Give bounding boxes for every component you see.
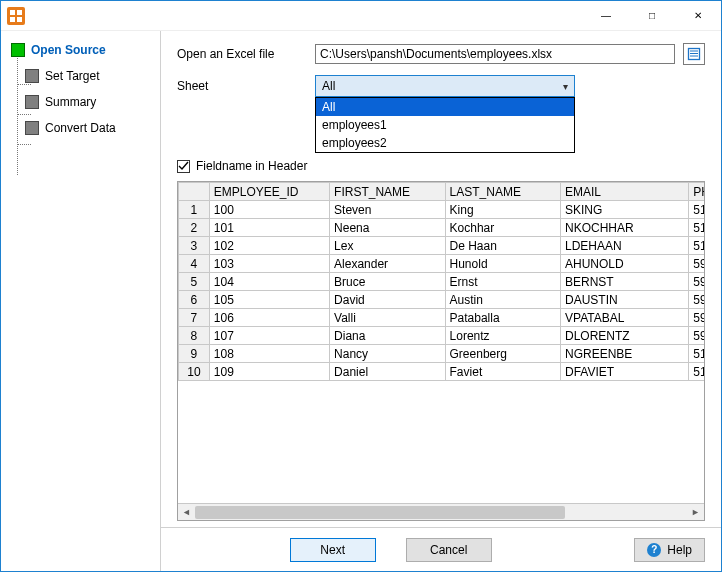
cell[interactable]: Daniel	[330, 363, 445, 381]
column-header[interactable]: LAST_NAME	[445, 183, 560, 201]
sidebar-item-open-source[interactable]: Open Source	[11, 37, 156, 63]
column-header[interactable]: EMPLOYEE_ID	[209, 183, 329, 201]
app-icon	[7, 7, 25, 25]
step-indicator-icon	[25, 69, 39, 83]
sidebar-item-summary[interactable]: Summary	[11, 89, 156, 115]
cell[interactable]: 590.423.5567	[689, 327, 704, 345]
cell[interactable]: De Haan	[445, 237, 560, 255]
cell[interactable]: 590.423.4569	[689, 291, 704, 309]
cell[interactable]: 515.124.4569	[689, 345, 704, 363]
table-row[interactable]: 8107DianaLorentzDLORENTZ590.423.55672/7/…	[179, 327, 705, 345]
cancel-button[interactable]: Cancel	[406, 538, 492, 562]
table-row[interactable]: 5104BruceErnstBERNST590.423.45685/21/1	[179, 273, 705, 291]
minimize-button[interactable]: —	[583, 1, 629, 30]
table-row[interactable]: 6105DavidAustinDAUSTIN590.423.45696/25/1	[179, 291, 705, 309]
cell[interactable]: Faviet	[445, 363, 560, 381]
cell[interactable]: NKOCHHAR	[561, 219, 689, 237]
next-button[interactable]: Next	[290, 538, 376, 562]
next-button-label: Next	[320, 543, 345, 557]
cell[interactable]: 105	[209, 291, 329, 309]
cell[interactable]: 515.123.4567	[689, 201, 704, 219]
table-row[interactable]: 10109DanielFavietDFAVIET515.124.41698/16…	[179, 363, 705, 381]
cell[interactable]: AHUNOLD	[561, 255, 689, 273]
cell[interactable]: 515.123.4568	[689, 219, 704, 237]
row-number: 9	[179, 345, 210, 363]
cell[interactable]: Lex	[330, 237, 445, 255]
sidebar-item-label: Open Source	[31, 43, 106, 57]
cell[interactable]: 106	[209, 309, 329, 327]
cell[interactable]: Alexander	[330, 255, 445, 273]
cell[interactable]: NGREENBE	[561, 345, 689, 363]
cell[interactable]: Nancy	[330, 345, 445, 363]
main-panel: Open an Excel file Sheet All	[161, 31, 721, 571]
cell[interactable]: 101	[209, 219, 329, 237]
cell[interactable]: DLORENTZ	[561, 327, 689, 345]
cell[interactable]: 103	[209, 255, 329, 273]
cell[interactable]: BERNST	[561, 273, 689, 291]
scroll-right-icon[interactable]: ►	[687, 504, 704, 520]
cell[interactable]: Kochhar	[445, 219, 560, 237]
table-row[interactable]: 4103AlexanderHunoldAHUNOLD590.423.45671/…	[179, 255, 705, 273]
fieldname-checkbox[interactable]	[177, 160, 190, 173]
help-button[interactable]: ? Help	[634, 538, 705, 562]
cell[interactable]: Valli	[330, 309, 445, 327]
table-row[interactable]: 9108NancyGreenbergNGREENBE515.124.45698/…	[179, 345, 705, 363]
sheet-option[interactable]: employees2	[316, 134, 574, 152]
cell[interactable]: 109	[209, 363, 329, 381]
sidebar-item-set-target[interactable]: Set Target	[11, 63, 156, 89]
table-row[interactable]: 3102LexDe HaanLDEHAAN515.123.45691/13/1	[179, 237, 705, 255]
sidebar-item-label: Convert Data	[45, 121, 116, 135]
cell[interactable]: VPATABAL	[561, 309, 689, 327]
sheet-option[interactable]: All	[316, 98, 574, 116]
sheet-select[interactable]: All ▾	[315, 75, 575, 97]
cell[interactable]: King	[445, 201, 560, 219]
cell[interactable]: 515.123.4569	[689, 237, 704, 255]
sheet-option[interactable]: employees1	[316, 116, 574, 134]
cell[interactable]: 590.423.4568	[689, 273, 704, 291]
table-row[interactable]: 1100StevenKingSKING515.123.45676/17/1	[179, 201, 705, 219]
cell[interactable]: 100	[209, 201, 329, 219]
cell[interactable]: Ernst	[445, 273, 560, 291]
cell[interactable]: 590.423.4560	[689, 309, 704, 327]
cell[interactable]: 102	[209, 237, 329, 255]
cell[interactable]: DFAVIET	[561, 363, 689, 381]
cell[interactable]: SKING	[561, 201, 689, 219]
sidebar-item-convert-data[interactable]: Convert Data	[11, 115, 156, 141]
row-number: 1	[179, 201, 210, 219]
cell[interactable]: DAUSTIN	[561, 291, 689, 309]
step-indicator-icon	[11, 43, 25, 57]
sheet-dropdown: All employees1 employees2	[315, 97, 575, 153]
browse-button[interactable]	[683, 43, 705, 65]
cell[interactable]: 590.423.4567	[689, 255, 704, 273]
cell[interactable]: Steven	[330, 201, 445, 219]
file-path-input[interactable]	[315, 44, 675, 64]
cell[interactable]: Hunold	[445, 255, 560, 273]
cell[interactable]: Austin	[445, 291, 560, 309]
cell[interactable]: 515.124.4169	[689, 363, 704, 381]
cell[interactable]: Neena	[330, 219, 445, 237]
column-header[interactable]: EMAIL	[561, 183, 689, 201]
cell[interactable]: 107	[209, 327, 329, 345]
cell[interactable]: 108	[209, 345, 329, 363]
scroll-track[interactable]	[195, 504, 687, 520]
cell[interactable]: Lorentz	[445, 327, 560, 345]
cell[interactable]: Pataballa	[445, 309, 560, 327]
cell[interactable]: Bruce	[330, 273, 445, 291]
scroll-left-icon[interactable]: ◄	[178, 504, 195, 520]
column-header[interactable]: PHONE_NUMBER	[689, 183, 704, 201]
row-number: 4	[179, 255, 210, 273]
column-header[interactable]: FIRST_NAME	[330, 183, 445, 201]
horizontal-scrollbar[interactable]: ◄ ►	[178, 503, 704, 520]
cell[interactable]: Diana	[330, 327, 445, 345]
table-row[interactable]: 7106ValliPataballaVPATABAL590.423.45602/…	[179, 309, 705, 327]
help-icon: ?	[647, 543, 661, 557]
sidebar-item-label: Summary	[45, 95, 96, 109]
cell[interactable]: LDEHAAN	[561, 237, 689, 255]
close-button[interactable]: ✕	[675, 1, 721, 30]
scroll-thumb[interactable]	[195, 506, 565, 519]
cell[interactable]: David	[330, 291, 445, 309]
table-row[interactable]: 2101NeenaKochharNKOCHHAR515.123.45689/21…	[179, 219, 705, 237]
cell[interactable]: Greenberg	[445, 345, 560, 363]
cell[interactable]: 104	[209, 273, 329, 291]
maximize-button[interactable]: □	[629, 1, 675, 30]
